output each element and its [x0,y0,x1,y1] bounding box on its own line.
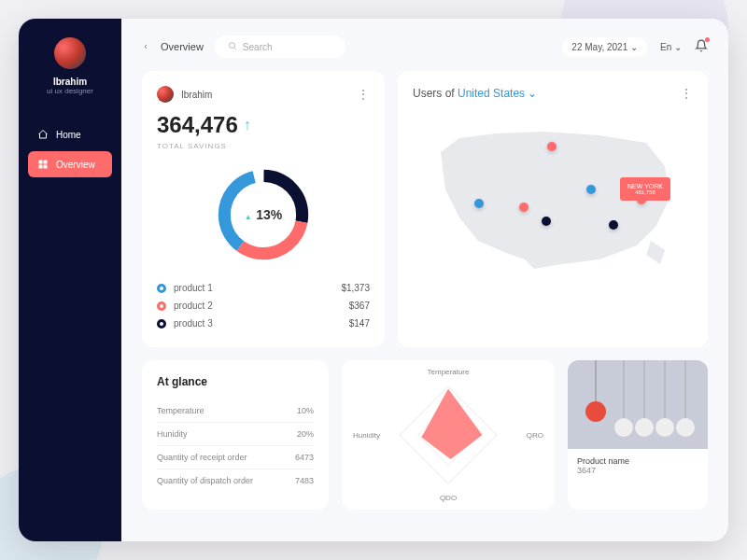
notification-badge [705,37,710,42]
map-area[interactable]: NEW YORK 481,758 [413,110,693,287]
product-dot [157,301,166,311]
product-name: product 2 [174,301,213,311]
map-title: Users of United States ⌄ [413,87,537,100]
search-input[interactable]: Search [215,35,345,58]
glance-value: 10% [297,406,314,415]
content-grid: Ibrahim ⋮ 364,476 ↑ TOTAL SAVINGS ▲ [142,71,708,347]
product-value: $147 [349,318,370,329]
grid-icon [37,159,49,170]
radar-card: Temperature Hunidity QRO QDO [342,360,555,510]
chevron-down-icon: ⌄ [630,42,638,52]
country-selector[interactable]: United States ⌄ [458,87,537,100]
glance-card: At glance Temperature 10% Hunidity 20% Q… [142,360,329,510]
svg-point-4 [230,43,235,49]
glance-value: 7483 [295,476,314,485]
card-avatar [157,86,174,103]
date-picker[interactable]: 22 May, 2021 ⌄ [562,37,647,57]
triangle-up-icon: ▲ [245,213,252,221]
card-header: Ibrahim ⋮ [157,86,370,103]
glance-row: Quantity of dispatch order 7483 [157,469,314,492]
topbar-right: 22 May, 2021 ⌄ En ⌄ [562,37,708,57]
product-name: product 1 [174,283,213,293]
product-value: 3647 [577,466,698,475]
savings-card: Ibrahim ⋮ 364,476 ↑ TOTAL SAVINGS ▲ [142,71,385,347]
map-card: Users of United States ⌄ ⋮ [398,71,708,347]
trend-up-icon: ↑ [244,117,251,133]
svg-point-16 [655,418,674,437]
svg-rect-1 [44,161,48,164]
product-dot [157,284,166,293]
sidebar: Ibrahim ui ux designer Home Overview [19,19,121,541]
svg-point-17 [676,418,695,437]
card-header: Users of United States ⌄ ⋮ [413,86,693,101]
map-marker[interactable] [586,185,596,194]
user-avatar[interactable] [54,37,86,69]
nav-item-overview[interactable]: Overview [28,151,112,177]
glance-row: Hunidity 20% [157,423,314,446]
map-marker[interactable] [519,203,529,212]
country-name: United States [458,87,525,100]
more-button[interactable]: ⋮ [680,86,693,101]
glance-row: Temperature 10% [157,399,314,423]
product-value: $367 [349,301,370,311]
page-title: Overview [161,41,204,52]
glance-value: 6473 [295,453,314,462]
product-thumb-card[interactable]: Product name 3647 [568,360,708,510]
more-button[interactable]: ⋮ [357,87,370,102]
glance-title: At glance [157,375,314,388]
nav-label: Home [56,130,81,140]
svg-point-14 [614,418,633,437]
svg-rect-3 [44,165,48,169]
map-marker[interactable] [542,217,551,226]
product-dot [157,319,166,329]
radar-label-top: Temperature [428,368,470,376]
savings-value: 364,476 ↑ [157,112,370,138]
glance-label: Temperature [157,406,204,415]
savings-label: TOTAL SAVINGS [157,142,370,150]
map-tooltip: NEW YORK 481,758 [620,177,670,201]
glance-label: Quantity of dispatch order [157,476,253,485]
date-text: 22 May, 2021 [571,42,627,52]
app-shell: Ibrahim ui ux designer Home Overview Ove… [19,19,728,541]
map-marker[interactable] [609,220,618,230]
radar-label-bottom: QDO [440,494,457,502]
svg-marker-10 [421,389,482,459]
product-row: product 2 $367 [157,297,370,315]
product-image [568,360,708,449]
main-content: Overview Search 22 May, 2021 ⌄ En ⌄ [121,19,728,541]
donut-center: ▲ 13% [245,206,282,223]
product-meta: Product name 3647 [568,449,708,483]
svg-rect-0 [39,161,43,164]
product-value: $1,373 [341,283,370,293]
tooltip-title: NEW YORK [627,183,663,189]
lang-text: En [660,42,671,52]
search-placeholder: Search [243,42,273,52]
radar-chart: Temperature Hunidity QRO QDO [357,370,540,500]
username: Ibrahim [53,77,87,87]
savings-number: 364,476 [157,112,238,138]
svg-rect-2 [39,165,43,169]
map-marker[interactable] [474,199,484,208]
product-name: product 3 [174,318,213,329]
nav-label: Overview [56,160,95,170]
topbar: Overview Search 22 May, 2021 ⌄ En ⌄ [142,35,708,58]
back-button[interactable] [142,40,149,53]
svg-point-15 [635,418,654,437]
product-row: product 1 $1,373 [157,279,370,297]
glance-label: Hunidity [157,429,188,439]
language-selector[interactable]: En ⌄ [660,42,682,52]
tooltip-value: 481,758 [627,189,663,195]
glance-label: Quantity of receipt order [157,453,247,462]
nav-item-home[interactable]: Home [28,121,112,147]
product-row: product 3 $147 [157,315,370,332]
glance-value: 20% [297,429,314,439]
map-prefix: Users of [413,87,455,100]
notifications-button[interactable] [695,39,708,54]
svg-point-13 [585,401,606,422]
chevron-down-icon: ⌄ [674,42,682,52]
radar-label-left: Hunidity [353,431,380,440]
glance-row: Quantity of receipt order 6473 [157,446,314,469]
user-role: ui ux designer [47,87,93,95]
donut-chart: ▲ 13% [157,163,370,266]
radar-label-right: QRO [527,431,543,440]
